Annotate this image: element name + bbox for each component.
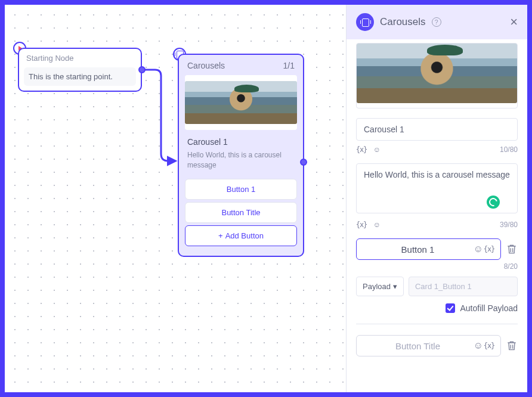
grammarly-icon[interactable] bbox=[487, 196, 500, 209]
delete-button-1-icon[interactable] bbox=[506, 243, 518, 255]
button-2-label: Button Title bbox=[363, 341, 473, 351]
add-button[interactable]: + Add Button bbox=[185, 225, 297, 246]
message-char-count: 39/80 bbox=[500, 221, 518, 229]
carousel-card-title: Carousel 1 bbox=[179, 135, 303, 148]
help-icon[interactable]: ? bbox=[432, 17, 441, 27]
plus-icon: + bbox=[218, 231, 223, 240]
carousel-node-counter: 1/1 bbox=[283, 61, 295, 70]
emoji-icon[interactable]: ☺ bbox=[372, 144, 382, 155]
divider bbox=[356, 324, 518, 324]
starting-node-out-port[interactable] bbox=[138, 66, 146, 73]
payload-value-input[interactable]: Card 1_Button 1 bbox=[409, 277, 518, 296]
payload-type-select[interactable]: Payload ▾ bbox=[356, 277, 404, 296]
card-image-preview[interactable] bbox=[356, 43, 518, 108]
variable-icon[interactable]: {x} bbox=[356, 144, 367, 155]
carousel-card-button-2[interactable]: Button Title bbox=[185, 202, 297, 223]
variable-icon[interactable]: {x} bbox=[356, 219, 367, 230]
autofill-payload-label: Autofill Payload bbox=[460, 303, 518, 313]
starting-node[interactable]: Starting Node This is the starting point… bbox=[18, 48, 142, 92]
button-2-field[interactable]: Button Title ☺ {x} bbox=[356, 335, 501, 356]
carousel-node[interactable]: Carousels 1/1 Carousel 1 Hello World, th… bbox=[178, 54, 304, 257]
carousel-icon bbox=[356, 13, 374, 31]
emoji-icon[interactable]: ☺ bbox=[473, 244, 484, 255]
chevron-down-icon: ▾ bbox=[393, 282, 397, 291]
button-1-field[interactable]: Button 1 ☺ {x} bbox=[356, 238, 501, 260]
carousel-card-description: Hello World, this is a carousel message bbox=[179, 148, 303, 176]
starting-node-title: Starting Node bbox=[19, 49, 141, 65]
panel-title: Carousels bbox=[380, 16, 426, 28]
variable-icon[interactable]: {x} bbox=[484, 340, 494, 351]
emoji-icon[interactable]: ☺ bbox=[473, 340, 484, 351]
properties-panel: Carousels ? × {x} ☺ 10/80 {x} ☺ 39/80 Bu… bbox=[346, 5, 527, 392]
carousel-node-out-port[interactable] bbox=[300, 159, 307, 166]
autofill-payload-checkbox[interactable] bbox=[446, 303, 455, 313]
starting-node-body: This is the starting point. bbox=[24, 67, 136, 86]
panel-header: Carousels ? × bbox=[347, 5, 527, 39]
card-title-input[interactable] bbox=[356, 118, 518, 141]
delete-button-2-icon[interactable] bbox=[506, 340, 518, 352]
title-char-count: 10/80 bbox=[500, 145, 518, 154]
close-icon[interactable]: × bbox=[510, 14, 518, 30]
carousel-card-image[interactable] bbox=[185, 75, 297, 130]
button-1-char-count: 8/20 bbox=[356, 262, 518, 271]
flow-canvas[interactable]: Starting Node This is the starting point… bbox=[5, 5, 346, 392]
emoji-icon[interactable]: ☺ bbox=[372, 219, 382, 230]
carousel-node-header-title: Carousels bbox=[187, 61, 225, 70]
button-1-label: Button 1 bbox=[363, 244, 473, 255]
carousel-card-button-1[interactable]: Button 1 bbox=[185, 179, 297, 200]
variable-icon[interactable]: {x} bbox=[484, 244, 494, 255]
